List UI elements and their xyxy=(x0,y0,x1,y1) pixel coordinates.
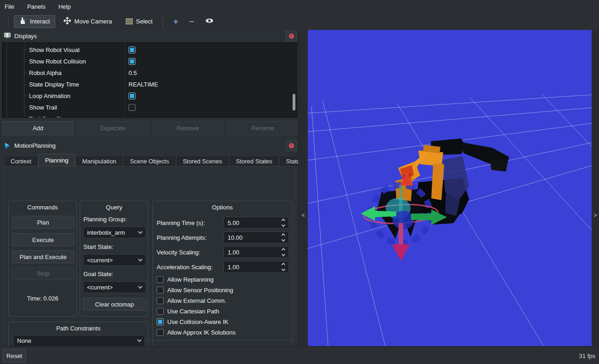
execute-button[interactable]: Execute xyxy=(12,233,74,246)
allow-approx-ik-checkbox[interactable] xyxy=(157,329,164,336)
select-region-icon xyxy=(126,18,133,24)
planning-group-value: interbotix_arm xyxy=(87,229,125,236)
tree-row-show-robot-visual[interactable]: Show Robot Visual xyxy=(2,44,297,56)
menu-panels[interactable]: Panels xyxy=(27,3,46,10)
spin-arrows-icon[interactable] xyxy=(282,234,285,241)
loop-animation-checkbox[interactable] xyxy=(129,92,135,99)
3d-viewport[interactable] xyxy=(308,30,592,346)
tree-branch-tick xyxy=(24,73,28,73)
show-robot-collision-checkbox[interactable] xyxy=(129,58,135,65)
tree-row-state-display-time[interactable]: State Display Time REALTIME xyxy=(2,79,297,90)
show-trail-checkbox[interactable] xyxy=(129,104,135,111)
motion-planning-panel: MotionPlanning × Context Planning Manipu… xyxy=(0,138,299,346)
tree-row-loop-animation[interactable]: Loop Animation xyxy=(2,90,297,102)
planning-attempts-spinbox[interactable]: 10.00 xyxy=(223,231,289,243)
path-constraints-title: Path Constraints xyxy=(9,325,148,332)
tree-scrollbar[interactable] xyxy=(293,94,295,110)
velocity-scaling-spinbox[interactable]: 1.00 xyxy=(223,246,289,258)
planning-group-dropdown[interactable]: interbotix_arm xyxy=(83,226,146,238)
start-state-dropdown[interactable]: <current> xyxy=(83,254,146,266)
start-state-label: Start State: xyxy=(83,243,113,250)
planning-time-readout: Time: 0.026 xyxy=(9,295,76,302)
interact-tool-button[interactable]: Interact xyxy=(14,15,55,28)
remove-display-button[interactable]: Remove xyxy=(153,121,223,135)
chevron-down-icon xyxy=(138,284,143,289)
reset-button[interactable]: Reset xyxy=(2,349,26,363)
move-camera-tool-button[interactable]: Move Camera xyxy=(58,15,117,28)
tab-scene-objects[interactable]: Scene Objects xyxy=(123,156,176,166)
rename-display-button[interactable]: Rename xyxy=(227,121,298,135)
motion-planning-header[interactable]: MotionPlanning × xyxy=(0,139,299,152)
commands-title: Commands xyxy=(9,204,76,211)
spin-arrows-icon[interactable] xyxy=(282,248,285,256)
velocity-scaling-label: Velocity Scaling: xyxy=(157,249,200,256)
spin-arrows-icon[interactable] xyxy=(282,219,285,226)
property-label: Trail Step Size xyxy=(29,116,68,118)
tree-row-robot-alpha[interactable]: Robot Alpha 0.5 xyxy=(2,67,297,79)
allow-replanning-checkbox[interactable] xyxy=(157,276,164,283)
tab-context[interactable]: Context xyxy=(4,156,38,166)
use-collision-aware-ik-row[interactable]: Use Collision-Aware IK xyxy=(157,318,229,325)
tree-row-trail-step-size[interactable]: Trail Step Size xyxy=(2,113,297,118)
path-constraints-dropdown[interactable]: None xyxy=(13,335,145,347)
collapse-left-panel-handle[interactable]: < xyxy=(299,212,308,219)
tree-row-show-trail[interactable]: Show Trail xyxy=(2,102,297,113)
allow-approx-ik-row[interactable]: Allow Approx IK Solutions xyxy=(157,329,235,336)
state-display-time-value[interactable]: REALTIME xyxy=(129,81,158,88)
acceleration-scaling-spinbox[interactable]: 1.00 xyxy=(223,261,289,273)
clear-octomap-button[interactable]: Clear octomap xyxy=(83,298,146,311)
right-splitter[interactable]: > xyxy=(592,30,599,346)
toolbar-drag-handle[interactable] xyxy=(8,16,10,27)
tab-stored-scenes[interactable]: Stored Scenes xyxy=(176,156,229,166)
tree-branch-tick xyxy=(24,50,28,50)
robot-alpha-value[interactable]: 0.5 xyxy=(129,69,137,76)
plan-and-execute-button[interactable]: Plan and Execute xyxy=(12,250,74,263)
tree-row-show-robot-collision[interactable]: Show Robot Collision xyxy=(2,56,297,67)
motion-planning-close-button[interactable]: × xyxy=(286,140,297,151)
tab-manipulation[interactable]: Manipulation xyxy=(75,156,123,166)
query-groupbox: Query Planning Group: interbotix_arm Sta… xyxy=(80,201,148,317)
zoom-in-button[interactable]: + xyxy=(168,16,184,28)
spin-arrows-icon[interactable] xyxy=(282,263,285,271)
add-display-button[interactable]: Add xyxy=(2,121,74,135)
translate-arrow-down-shaft[interactable] xyxy=(399,223,403,244)
chevron-down-icon xyxy=(138,229,143,234)
zoom-out-button[interactable]: − xyxy=(184,16,200,28)
allow-replanning-row[interactable]: Allow Replanning xyxy=(157,276,213,283)
translate-arrow-down-magenta[interactable] xyxy=(392,244,410,261)
use-cartesian-path-row[interactable]: Use Cartesian Path xyxy=(157,308,219,315)
displays-tree[interactable]: Show Robot Visual Show Robot Collision R… xyxy=(2,42,297,118)
select-tool-button[interactable]: Select xyxy=(120,15,158,28)
acceleration-scaling-label: Acceleration Scaling: xyxy=(157,264,212,271)
move-camera-icon xyxy=(64,17,71,26)
use-cartesian-path-checkbox[interactable] xyxy=(157,308,164,315)
duplicate-display-button[interactable]: Duplicate xyxy=(77,121,148,135)
allow-sensor-positioning-row[interactable]: Allow Sensor Positioning xyxy=(157,287,233,294)
interact-tool-label: Interact xyxy=(30,18,50,25)
move-camera-tool-label: Move Camera xyxy=(74,18,112,25)
checkbox-label: Allow Replanning xyxy=(167,276,213,283)
path-constraints-value: None xyxy=(17,337,31,344)
show-robot-visual-checkbox[interactable] xyxy=(129,46,135,53)
goal-state-dropdown[interactable]: <current> xyxy=(83,281,146,293)
visibility-eye-button[interactable] xyxy=(200,17,219,25)
tab-stored-states[interactable]: Stored States xyxy=(229,156,279,166)
planning-time-spinbox[interactable]: 5.00 xyxy=(223,217,289,229)
menu-file[interactable]: File xyxy=(5,3,14,10)
goal-state-label: Goal State: xyxy=(83,271,113,277)
select-tool-label: Select xyxy=(136,18,153,25)
stop-button[interactable]: Stop xyxy=(12,267,74,280)
planning-group-label: Planning Group: xyxy=(83,216,127,223)
tab-planning[interactable]: Planning xyxy=(38,154,76,166)
use-collision-aware-ik-checkbox[interactable] xyxy=(157,318,164,325)
plan-button[interactable]: Plan xyxy=(12,216,74,229)
left-splitter[interactable]: < xyxy=(299,30,308,346)
allow-external-comm-row[interactable]: Allow External Comm. xyxy=(157,297,226,304)
displays-close-button[interactable]: × xyxy=(286,31,297,41)
menu-help[interactable]: Help xyxy=(59,3,71,10)
property-label: Robot Alpha xyxy=(29,69,62,76)
displays-panel-header[interactable]: Displays × xyxy=(0,30,299,42)
collapse-right-panel-handle[interactable]: > xyxy=(592,212,599,219)
allow-sensor-positioning-checkbox[interactable] xyxy=(157,287,164,294)
allow-external-comm-checkbox[interactable] xyxy=(157,297,164,304)
